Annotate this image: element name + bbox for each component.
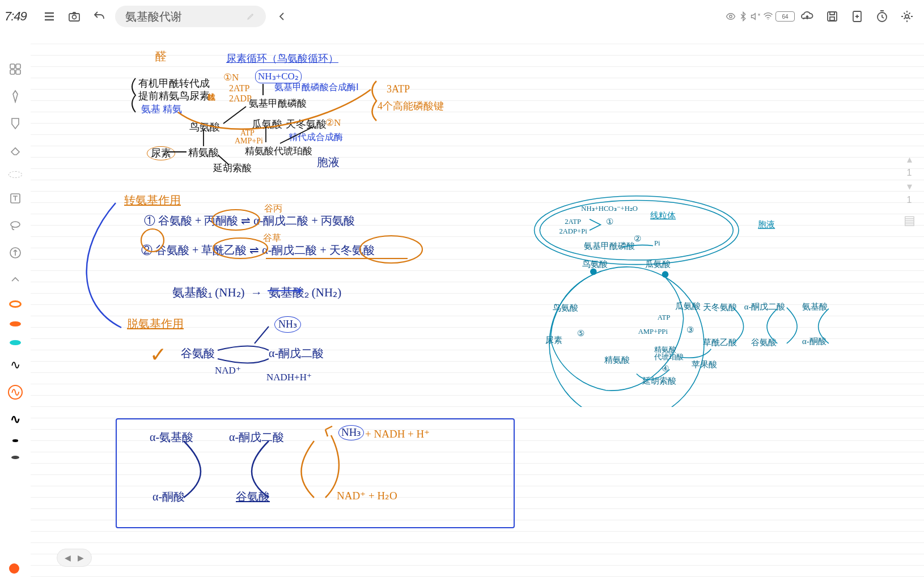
document-title[interactable]: 氨基酸代谢: [115, 6, 266, 27]
add-page-button[interactable]: [846, 5, 868, 28]
svg-rect-11: [10, 70, 15, 74]
svg-rect-4: [828, 12, 837, 21]
page-total: 1: [907, 195, 912, 205]
hw-brace1: 3ATP: [387, 83, 410, 96]
hw-blue-left: 氨基 精氨: [141, 103, 182, 116]
stroke-style-1[interactable]: ∿: [10, 359, 20, 371]
text-tool[interactable]: [7, 192, 24, 205]
hw-enzyme1: 氨基甲酰磷酸合成酶Ⅰ: [274, 82, 359, 94]
hw-deam-title: 脱氨基作用: [127, 316, 184, 331]
diag-malate: 苹果酸: [692, 360, 717, 369]
page-next-icon[interactable]: ▶: [78, 553, 84, 562]
settings-button[interactable]: [896, 5, 918, 28]
stroke-style-3[interactable]: ∿: [10, 413, 20, 426]
pages-overview-icon[interactable]: ▤: [904, 213, 915, 228]
page-current: 1: [907, 168, 912, 178]
svg-point-14: [11, 222, 20, 227]
hw-box-r2: NAD⁺ + H₂O: [337, 489, 397, 503]
color-accent-dot[interactable]: [9, 563, 19, 574]
hw-deam-nh3: NH₃: [274, 316, 301, 333]
note-canvas[interactable]: 醛 尿素循环（鸟氨酸循环） 有机甲酰转代成 提前精氨鸟尿素 氨基 精氨 NH₃+…: [31, 33, 924, 577]
hw-syn: 精代成合成酶: [289, 131, 343, 143]
diag-amp: AMP+PPi: [638, 328, 668, 336]
diag-akg: α-酮戊二酸: [744, 302, 786, 311]
stroke-style-2[interactable]: ∿: [8, 385, 23, 400]
diag-urea: 尿素: [545, 336, 562, 345]
wifi-icon: [763, 11, 773, 22]
collapse-button[interactable]: [270, 5, 293, 28]
svg-rect-5: [830, 17, 834, 20]
hw-arg: 精氨酸: [188, 146, 219, 159]
top-toolbar: 7:49 氨基酸代谢 64: [0, 0, 924, 33]
diag-cyt: 胞液: [758, 220, 775, 229]
diag-2adp: 2ADP+Pi: [559, 227, 587, 235]
hw-deam-prod: α-酮戊二酸: [269, 346, 324, 360]
diag-orn: 鸟氨酸: [582, 260, 608, 269]
diag-step3: ③: [686, 325, 694, 334]
diag-argsuc: 精氨酸代琥珀酸: [654, 346, 684, 362]
page-down-icon[interactable]: ▾: [907, 180, 912, 193]
save-button[interactable]: [821, 5, 844, 28]
hw-urea-title: 尿素循环（鸟氨酸循环）: [226, 52, 338, 65]
hw-box2a: α-酮酸: [152, 489, 185, 504]
hw-nadhhh: NADH+H⁺: [266, 371, 312, 384]
menu-button[interactable]: [38, 5, 61, 28]
urea-cycle-diagram: NH₃+HCO₃⁻+H₂O 2ATP 2ADP+Pi ① 线粒体 胞液 氨基甲酰…: [522, 192, 873, 407]
hw-deam-src: 谷氨酸: [181, 346, 215, 360]
eye-icon: [726, 11, 736, 22]
hw-label-1: 醛: [155, 49, 167, 63]
shapes-tool[interactable]: [7, 62, 24, 76]
tape-tool[interactable]: [9, 171, 22, 178]
svg-point-8: [905, 15, 909, 18]
hw-on1: ①N: [223, 71, 239, 84]
hw-brace2: 4个高能磷酸键: [378, 100, 444, 113]
eraser-tool[interactable]: [7, 144, 24, 158]
hw-cell: 胞液: [317, 155, 340, 169]
page-prev-icon[interactable]: ◀: [65, 553, 71, 562]
diag-arg: 精氨酸: [604, 355, 630, 364]
cloud-sync-button[interactable]: [796, 5, 819, 28]
svg-point-3: [768, 19, 769, 20]
pen-tool[interactable]: [7, 90, 24, 103]
highlighter-tool[interactable]: [7, 117, 24, 130]
collapse-tools[interactable]: [7, 273, 24, 287]
color-outline-orange[interactable]: [9, 300, 22, 308]
page-up-icon[interactable]: ▴: [907, 153, 912, 166]
lasso-tool[interactable]: [7, 219, 24, 232]
edit-title-icon: [247, 10, 256, 23]
page-nav-pill[interactable]: ◀ ▶: [57, 549, 92, 567]
hw-orn: 鸟氨酸: [189, 121, 220, 134]
diag-mito: 线粒体: [650, 211, 676, 220]
diag-oa: 草酰乙酸: [703, 338, 737, 347]
color-cyan[interactable]: [10, 340, 21, 345]
hw-asp: 天冬氨酸: [286, 118, 327, 131]
pan-tool[interactable]: [7, 246, 24, 260]
color-black-small[interactable]: [12, 439, 18, 442]
page-indicator: ▴ 1 ▾ 1 ▤: [898, 153, 921, 228]
status-tray: 64: [726, 11, 795, 22]
hw-box-nh3circ: NH₃: [338, 425, 364, 440]
color-gray[interactable]: [11, 456, 19, 459]
svg-rect-10: [16, 64, 20, 69]
diag-asp: 天冬氨酸: [703, 303, 737, 312]
hw-fum: 延胡索酸: [213, 162, 252, 175]
diag-pi: Pi: [654, 239, 660, 247]
hw-on2: ②N: [325, 117, 341, 129]
timer-button[interactable]: [871, 5, 893, 28]
color-orange[interactable]: [10, 321, 21, 326]
hw-trans-line2: ② 谷氨酸 + 草酰乙酸 ⇌ α-酮戊二酸 + 天冬氨酸: [141, 243, 375, 257]
undo-button[interactable]: [88, 5, 111, 28]
diag-2atp: 2ATP: [565, 218, 581, 226]
diag-step5: ⑤: [577, 329, 584, 338]
svg-rect-9: [10, 64, 15, 69]
hw-2adp: 2ADP: [229, 93, 252, 105]
diag-step1: ①: [606, 217, 613, 226]
hw-check: ✓: [150, 342, 167, 368]
hw-box1a: α-氨基酸: [150, 430, 193, 444]
diag-cit2: 瓜氨酸: [675, 302, 701, 311]
camera-button[interactable]: [63, 5, 86, 28]
status-clock: 7:49: [5, 9, 27, 24]
document-title-text: 氨基酸代谢: [125, 9, 182, 24]
hw-trans-title: 转氨基作用: [124, 193, 181, 207]
svg-rect-12: [16, 70, 20, 74]
